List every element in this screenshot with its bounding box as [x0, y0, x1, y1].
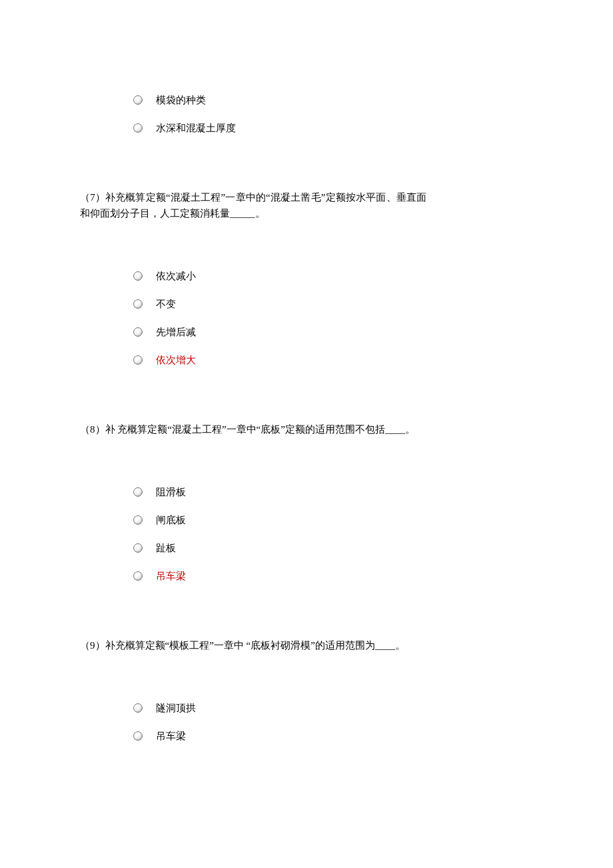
option-label: 先增后减 — [156, 324, 196, 340]
option-row: 趾板 — [133, 540, 533, 556]
radio-icon[interactable] — [133, 487, 143, 497]
option-row: 模袋的种类 — [133, 92, 533, 108]
radio-icon[interactable] — [133, 95, 143, 105]
option-row: 不变 — [133, 296, 533, 312]
leading-options-group: 模袋的种类 水深和混凝土厚度 — [133, 92, 533, 136]
option-row: 先增后减 — [133, 324, 533, 340]
option-label: 吊车梁 — [156, 728, 186, 744]
option-label: 吊车梁 — [156, 568, 186, 584]
option-label: 趾板 — [156, 540, 176, 556]
option-row: 阻滑板 — [133, 484, 533, 500]
option-row: 水深和混凝土厚度 — [133, 120, 533, 136]
radio-icon[interactable] — [133, 355, 143, 365]
option-label: 闸底板 — [156, 512, 186, 528]
option-label: 依次增大 — [156, 352, 196, 368]
radio-icon[interactable] — [133, 731, 143, 741]
option-row: 依次增大 — [133, 352, 533, 368]
question-7-prompt: （7）补充概算定额“混凝土工程”一章中的“混凝土凿毛”定额按水平面、垂直面和仰面… — [80, 189, 426, 221]
option-row: 隧洞顶拱 — [133, 700, 533, 716]
option-label: 依次减小 — [156, 268, 196, 284]
question-9-options: 隧洞顶拱 吊车梁 — [133, 700, 533, 744]
question-8-prompt: （8）补 充概算定额“混凝土工程”一章中“底板”定额的适用范围不包括____。 — [80, 421, 426, 437]
option-row: 吊车梁 — [133, 728, 533, 744]
radio-icon[interactable] — [133, 271, 143, 281]
radio-icon[interactable] — [133, 571, 143, 581]
radio-icon[interactable] — [133, 299, 143, 309]
radio-icon[interactable] — [133, 515, 143, 525]
option-label: 隧洞顶拱 — [156, 700, 196, 716]
option-label: 不变 — [156, 296, 176, 312]
option-label: 水深和混凝土厚度 — [156, 120, 236, 136]
radio-icon[interactable] — [133, 703, 143, 713]
radio-icon[interactable] — [133, 123, 143, 133]
question-7-options: 依次减小 不变 先增后减 依次增大 — [133, 268, 533, 368]
question-8-options: 阻滑板 闸底板 趾板 吊车梁 — [133, 484, 533, 584]
option-row: 吊车梁 — [133, 568, 533, 584]
radio-icon[interactable] — [133, 327, 143, 337]
option-row: 依次减小 — [133, 268, 533, 284]
option-row: 闸底板 — [133, 512, 533, 528]
question-9-prompt: （9）补充概算定额“模板工程”一章中 “底板衬砌滑模”的适用范围为____。 — [80, 637, 426, 653]
radio-icon[interactable] — [133, 543, 143, 553]
option-label: 模袋的种类 — [156, 92, 206, 108]
option-label: 阻滑板 — [156, 484, 186, 500]
